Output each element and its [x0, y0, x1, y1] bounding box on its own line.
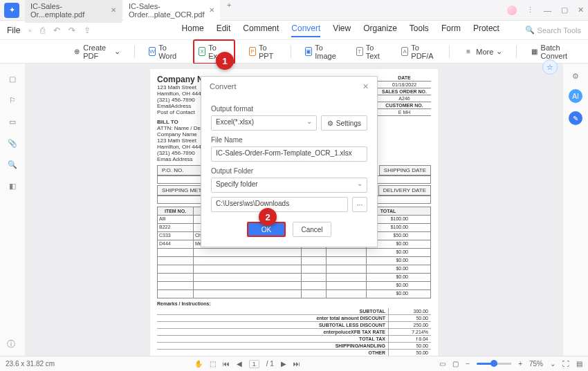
zoom-slider[interactable]	[477, 363, 511, 365]
sum-discount-lbl: enter total amount DISCOUNT	[298, 315, 388, 321]
minimize-icon[interactable]: —	[544, 6, 551, 15]
compare-icon[interactable]: ◧	[9, 182, 16, 191]
settings-icon[interactable]: ⚙	[572, 72, 579, 81]
cell-qty	[302, 274, 327, 281]
cancel-button[interactable]: Cancel	[293, 222, 331, 237]
cell-qty	[302, 249, 327, 256]
to-ppt-button[interactable]: P To PPT	[245, 41, 282, 63]
menu-edit[interactable]: Edit	[217, 23, 231, 37]
more-button[interactable]: ≡ More ⌄	[459, 44, 506, 59]
to-word-button[interactable]: W To Word	[145, 41, 183, 63]
cell-item: C333	[158, 232, 194, 240]
redo-icon[interactable]: ↷	[68, 26, 75, 35]
kebab-icon[interactable]: ⋮	[526, 6, 534, 15]
cell-desc	[194, 290, 302, 298]
next-page-icon[interactable]: ▶	[281, 360, 286, 368]
create-pdf-button[interactable]: ⊕ Create PDF ⌄	[69, 41, 125, 63]
close-icon[interactable]: ✕	[362, 82, 369, 91]
output-format-select[interactable]: Excel(*.xlsx)	[211, 115, 317, 131]
print-icon[interactable]: ⎙	[40, 26, 45, 35]
close-icon[interactable]: ✕	[578, 6, 584, 15]
undo-icon[interactable]: ↶	[53, 26, 60, 35]
cell-item: D444	[158, 240, 194, 248]
menu-protect[interactable]: Protect	[473, 23, 499, 37]
to-pdfa-button[interactable]: A To PDF/A	[397, 41, 439, 63]
add-tab-button[interactable]: +	[221, 0, 237, 23]
fit-width-icon[interactable]: ▭	[439, 360, 445, 368]
search-tools[interactable]: 🔍 Search Tools	[525, 26, 581, 35]
prev-page-icon[interactable]: ◀	[237, 360, 242, 368]
thumbnail-icon[interactable]: ▢	[9, 75, 16, 84]
select-tool-icon[interactable]: ⬚	[210, 360, 216, 368]
menu-home[interactable]: Home	[182, 23, 204, 37]
to-image-button[interactable]: ▣ To Image	[301, 41, 342, 63]
zoom-in-icon[interactable]: +	[518, 360, 522, 368]
menu-organize[interactable]: Organize	[363, 23, 397, 37]
dialog-title: Convert	[210, 82, 237, 91]
translate-icon[interactable]: ✎	[569, 111, 582, 125]
btn-label: Create PDF	[83, 44, 111, 60]
btn-label: To Text	[366, 44, 383, 60]
to-text-button[interactable]: T To Text	[352, 41, 387, 63]
file-name-label: File Name	[211, 136, 367, 144]
first-page-icon[interactable]: ⏮	[223, 360, 230, 368]
search-icon[interactable]: 🔍	[8, 160, 17, 169]
search-placeholder: Search Tools	[538, 26, 581, 35]
close-icon[interactable]: ✕	[111, 6, 116, 14]
status-bar: 23.6 x 31.82 cm ✋ ⬚ ⏮ ◀ 1 / 1 ▶ ⏭ ▭ ▢ − …	[0, 356, 588, 371]
cell-desc	[194, 257, 302, 265]
annotation-badge-2: 2	[259, 208, 277, 226]
sum-discount-val: 50.00	[388, 315, 431, 321]
app-icon: ✦	[4, 3, 19, 18]
browse-button[interactable]: ···	[352, 197, 367, 212]
hand-tool-icon[interactable]: ✋	[194, 360, 203, 368]
help-icon[interactable]: ⓘ	[7, 339, 15, 350]
menu-tools[interactable]: Tools	[410, 23, 429, 37]
fit-page-icon[interactable]: ▢	[452, 360, 459, 368]
file-menu[interactable]: File	[7, 26, 20, 35]
profile-icon[interactable]	[507, 6, 517, 15]
cell-desc	[194, 282, 302, 289]
comment-icon[interactable]: ▭	[9, 117, 16, 126]
last-page-icon[interactable]: ⏭	[293, 360, 300, 368]
tab-doc-1[interactable]: IC-Sales-Or...emplate.pdf ✕	[25, 0, 122, 23]
attachment-icon[interactable]: 📎	[8, 139, 17, 148]
menu-view[interactable]: View	[333, 23, 351, 37]
cell-item	[158, 265, 194, 273]
btn-label: To PPT	[259, 44, 277, 60]
sum-shipping-val: 50.00	[388, 343, 431, 349]
folder-path-input[interactable]: C:\Users\ws\Downloads	[211, 197, 348, 212]
word-icon: W	[149, 47, 156, 56]
menu-convert[interactable]: Convert	[291, 23, 320, 37]
floating-assist-icon[interactable]: ☆	[542, 59, 558, 75]
sum-subtotal-lbl: SUBTOTAL	[298, 308, 388, 314]
ppt-icon: P	[249, 47, 256, 56]
page-number-input[interactable]: 1	[249, 360, 259, 368]
sum-other-lbl: OTHER	[298, 350, 388, 356]
zoom-out-icon[interactable]: −	[466, 360, 470, 368]
pdfa-icon: A	[401, 47, 408, 56]
tab-doc-2[interactable]: IC-Sales-Order...plate_OCR.pdf ✕	[123, 0, 220, 23]
file-name-input[interactable]: IC-Sales-Order-Form-Template_OCR_1.xlsx	[211, 146, 367, 162]
menu-form[interactable]: Form	[441, 23, 461, 37]
gear-icon: ⚙	[327, 120, 333, 127]
date-value: 01/18/2022	[378, 82, 431, 88]
save-icon[interactable]: ▫	[28, 26, 31, 35]
ship-date-label: SHIPPING DATE	[379, 165, 431, 175]
titlebar: ✦ IC-Sales-Or...emplate.pdf ✕ IC-Sales-O…	[0, 0, 588, 21]
share-icon[interactable]: ⇪	[84, 26, 91, 35]
cell-desc	[194, 249, 302, 256]
read-mode-icon[interactable]: ▤	[576, 360, 582, 368]
settings-button[interactable]: ⚙Settings	[321, 115, 367, 131]
ai-icon[interactable]: AI	[569, 89, 582, 103]
folder-mode-select[interactable]: Specify folder	[211, 178, 367, 193]
menu-comment[interactable]: Comment	[243, 23, 279, 37]
batch-convert-button[interactable]: ▦ Batch Convert	[526, 41, 581, 63]
bookmark-icon[interactable]: ⚐	[9, 96, 16, 105]
fullscreen-icon[interactable]: ⛶	[562, 360, 569, 368]
maximize-icon[interactable]: ▢	[561, 6, 568, 15]
chevron-down-icon[interactable]: ⌄	[550, 360, 555, 368]
close-icon[interactable]: ✕	[209, 6, 214, 14]
cell-item	[158, 257, 194, 265]
table-row: $0.00	[157, 257, 431, 265]
